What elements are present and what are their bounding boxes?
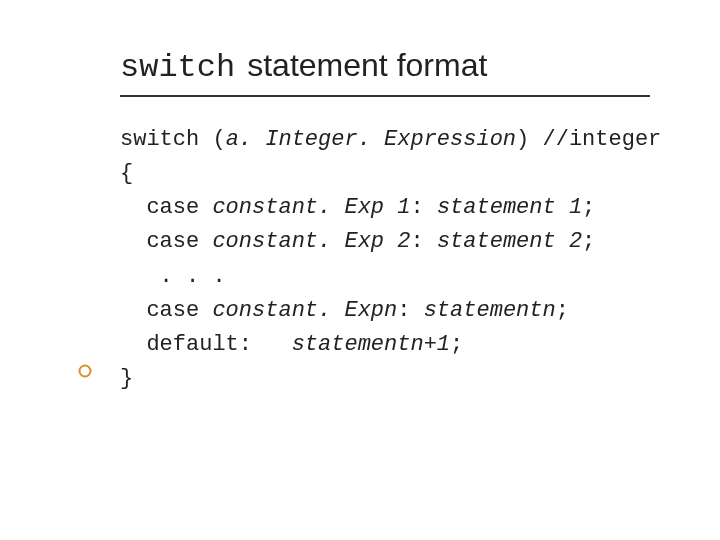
- title-rest: statement format: [247, 48, 487, 83]
- code-l6d: statementn: [424, 298, 556, 323]
- code-l3c: :: [410, 195, 436, 220]
- code-l6e: ;: [556, 298, 569, 323]
- code-l6a: case: [120, 298, 212, 323]
- title-underline: [120, 95, 650, 97]
- code-l4a: case: [120, 229, 212, 254]
- code-l3b: constant. Exp 1: [212, 195, 410, 220]
- code-l1b: a. Integer. Expression: [226, 127, 516, 152]
- title-code-word: switch: [120, 50, 235, 85]
- code-l8: }: [120, 366, 133, 391]
- code-l2: {: [120, 161, 133, 186]
- code-l3a: case: [120, 195, 212, 220]
- slide-title: switch statement format: [120, 48, 650, 95]
- code-l6b: constant. Expn: [212, 298, 397, 323]
- code-l7a: default:: [120, 332, 292, 357]
- code-l5: . . .: [120, 264, 226, 289]
- code-l4e: ;: [582, 229, 595, 254]
- code-l4d: statement 2: [437, 229, 582, 254]
- code-l7c: ;: [450, 332, 463, 357]
- slide: switch statement format switch (a. Integ…: [0, 0, 720, 540]
- code-l4b: constant. Exp 2: [212, 229, 410, 254]
- code-l1a: switch (: [120, 127, 226, 152]
- code-block: switch (a. Integer. Expression) //intege…: [120, 123, 650, 396]
- code-l4c: :: [410, 229, 436, 254]
- code-l7b: statementn+1: [292, 332, 450, 357]
- bullet-icon: [78, 364, 92, 378]
- code-l3d: statement 1: [437, 195, 582, 220]
- code-l6c: :: [397, 298, 423, 323]
- code-l1c: ) //integer: [516, 127, 661, 152]
- code-l3e: ;: [582, 195, 595, 220]
- svg-point-0: [80, 366, 91, 377]
